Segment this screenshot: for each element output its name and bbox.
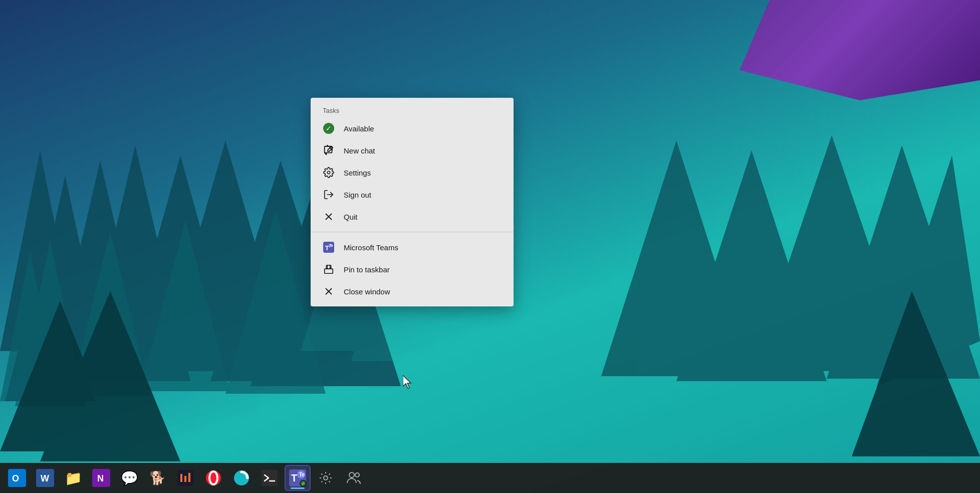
svg-rect-52 <box>188 473 190 482</box>
taskbar-icon-gimp[interactable]: 🐕 <box>144 465 170 491</box>
svg-marker-12 <box>140 221 230 391</box>
taskbar-icon-files[interactable]: 📁 <box>60 465 86 491</box>
menu-item-new-chat-label: New chat <box>344 146 375 155</box>
svg-marker-14 <box>601 140 752 376</box>
svg-rect-50 <box>180 474 182 482</box>
taskbar: O W 📁 N 💬 🐕 <box>0 463 980 493</box>
bg-purple-area <box>679 0 980 100</box>
svg-marker-4 <box>120 155 240 371</box>
taskbar-icon-terminal[interactable] <box>257 465 283 491</box>
svg-marker-11 <box>70 231 150 396</box>
taskbar-icon-onenote[interactable]: N <box>88 465 114 491</box>
quit-icon <box>323 211 335 223</box>
svg-text:T: T <box>291 472 297 483</box>
svg-marker-19 <box>0 301 120 451</box>
menu-item-available-label: Available <box>344 124 374 133</box>
close-window-icon <box>323 285 335 297</box>
sign-out-icon <box>323 189 335 201</box>
svg-marker-0 <box>0 150 80 351</box>
svg-marker-2 <box>50 160 150 376</box>
menu-item-available[interactable]: ✓ Available <box>311 117 514 139</box>
taskbar-icon-people[interactable] <box>341 465 367 491</box>
menu-item-microsoft-teams[interactable]: T + Te Microsoft Teams <box>311 236 514 258</box>
menu-section-app: T + Te Microsoft Teams Pin to taskbar <box>311 232 514 306</box>
menu-item-quit[interactable]: Quit <box>311 206 514 228</box>
svg-marker-20 <box>40 291 180 461</box>
settings-icon <box>323 167 335 179</box>
teams-status-badge <box>300 480 307 487</box>
svg-marker-17 <box>827 145 980 379</box>
svg-point-62 <box>324 476 328 480</box>
svg-rect-37 <box>325 269 333 273</box>
menu-item-settings-label: Settings <box>344 169 371 177</box>
menu-section-tasks: Tasks ✓ Available New chat <box>311 98 514 232</box>
svg-rect-51 <box>184 476 186 482</box>
menu-item-new-chat[interactable]: New chat <box>311 139 514 161</box>
svg-marker-10 <box>15 241 85 406</box>
menu-item-sign-out[interactable]: Sign out <box>311 184 514 206</box>
svg-marker-3 <box>80 145 190 381</box>
svg-marker-6 <box>5 226 95 401</box>
svg-text:W: W <box>41 473 49 483</box>
svg-point-28 <box>327 171 330 174</box>
menu-item-sign-out-label: Sign out <box>344 191 371 199</box>
svg-point-53 <box>206 470 221 485</box>
taskbar-icon-outlook[interactable]: O <box>4 465 30 491</box>
taskbar-icon-teams[interactable]: T Te <box>285 465 311 491</box>
taskbar-icon-linear[interactable] <box>228 465 255 491</box>
svg-line-26 <box>327 145 328 146</box>
menu-item-pin-label: Pin to taskbar <box>344 265 390 274</box>
svg-marker-15 <box>676 150 827 381</box>
menu-item-close-window[interactable]: Close window <box>311 280 514 302</box>
taskbar-icon-settings[interactable] <box>313 465 339 491</box>
svg-rect-56 <box>262 470 278 486</box>
svg-marker-1 <box>25 176 105 361</box>
svg-marker-9 <box>0 251 60 401</box>
svg-marker-16 <box>752 135 912 371</box>
menu-item-close-window-label: Close window <box>344 287 390 296</box>
taskbar-icon-word[interactable]: W <box>32 465 58 491</box>
svg-text:Te: Te <box>299 472 305 477</box>
menu-item-settings[interactable]: Settings <box>311 161 514 184</box>
available-icon: ✓ <box>323 122 335 134</box>
teams-icon: T + Te <box>323 241 335 253</box>
svg-text:O: O <box>12 473 19 483</box>
taskbar-icon-whatsapp[interactable]: 💬 <box>116 465 142 491</box>
svg-text:Te: Te <box>329 243 333 248</box>
new-chat-icon <box>323 144 335 156</box>
svg-point-63 <box>349 472 354 477</box>
svg-point-64 <box>355 473 359 477</box>
svg-marker-5 <box>160 140 291 366</box>
menu-item-quit-label: Quit <box>344 213 358 221</box>
menu-section-header: Tasks <box>311 102 514 117</box>
svg-marker-21 <box>852 291 980 456</box>
pin-icon <box>323 263 335 275</box>
menu-item-teams-label: Microsoft Teams <box>344 243 398 252</box>
svg-text:N: N <box>97 473 104 483</box>
context-menu: Tasks ✓ Available New chat <box>311 98 514 306</box>
taskbar-icon-opera[interactable] <box>200 465 226 491</box>
svg-marker-18 <box>877 155 980 386</box>
menu-item-pin-to-taskbar[interactable]: Pin to taskbar <box>311 258 514 280</box>
taskbar-icon-equalizer[interactable] <box>172 465 198 491</box>
